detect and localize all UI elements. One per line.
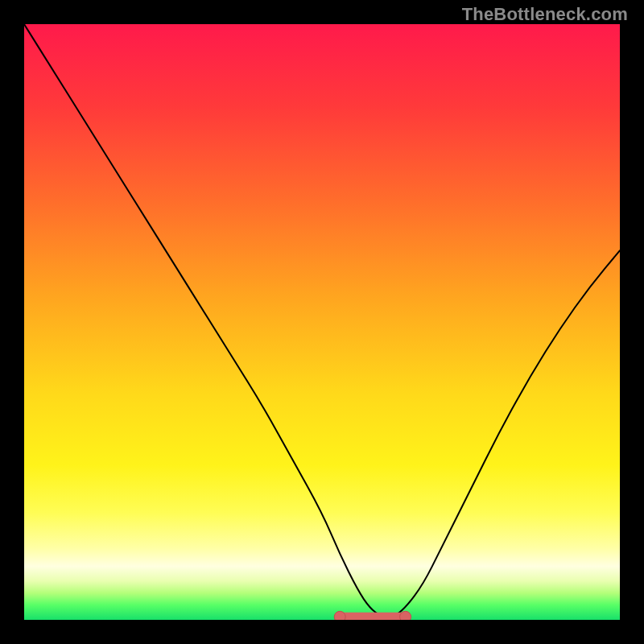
chart-gradient-background (24, 24, 620, 620)
chart-frame (24, 24, 620, 620)
watermark-text: TheBottleneck.com (462, 4, 628, 25)
gradient-rect (24, 24, 620, 620)
